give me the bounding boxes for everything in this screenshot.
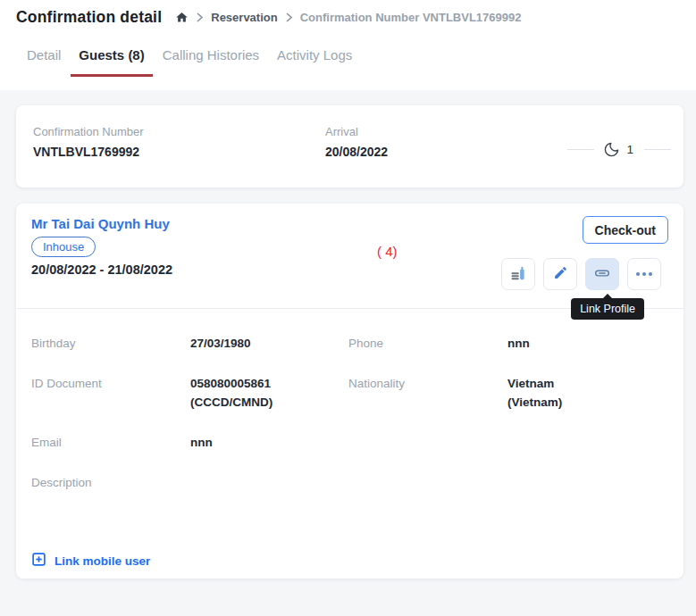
guest-card: Mr Tai Dai Quynh Huy Inhouse 20/08/2022 …	[16, 204, 683, 579]
nationality-label: Nationality	[348, 374, 507, 412]
link-profile-tooltip: Link Profile	[571, 298, 644, 320]
page-header: Confirmation detail Reservation Confirma…	[0, 0, 696, 90]
arrival-field: Arrival 20/08/2022	[325, 125, 388, 159]
id-document-field: ID Document 058080005861 (CCCD/CMND)	[31, 374, 348, 412]
breadcrumb-reservation[interactable]: Reservation	[211, 11, 277, 24]
red-note: ( 4)	[377, 244, 398, 259]
description-field: Description	[31, 473, 348, 492]
link-mobile-user-button[interactable]: Link mobile user	[31, 552, 150, 570]
services-button[interactable]	[501, 258, 535, 290]
phone-field: Phone nnn	[348, 334, 667, 353]
link-icon	[593, 264, 611, 285]
services-icon	[509, 264, 527, 285]
plus-square-icon	[31, 552, 46, 570]
home-icon[interactable]	[175, 11, 189, 24]
nights-indicator: 1	[567, 141, 671, 158]
tab-guests[interactable]: Guests (8)	[71, 47, 152, 77]
email-value: nnn	[190, 433, 213, 452]
breadcrumb: Reservation Confirmation Number VNTLBVL1…	[175, 10, 521, 26]
nationality-country-alt: (Vietnam)	[507, 393, 562, 412]
empty-cell	[348, 473, 667, 492]
link-mobile-user-label: Link mobile user	[55, 554, 150, 568]
phone-value: nnn	[507, 334, 530, 353]
email-label: Email	[31, 433, 190, 452]
phone-label: Phone	[348, 334, 507, 353]
guest-name-link[interactable]: Mr Tai Dai Quynh Huy	[31, 216, 170, 231]
tab-activity-logs[interactable]: Activity Logs	[269, 47, 360, 77]
arrival-label: Arrival	[325, 125, 388, 138]
stay-dates: 20/08/2022 - 21/08/2022	[31, 262, 172, 277]
guest-action-buttons	[501, 258, 661, 290]
page-title: Confirmation detail	[16, 8, 162, 27]
nationality-field: Nationality Vietnam (Vietnam)	[348, 374, 667, 412]
confirmation-number-label: Confirmation Number	[33, 125, 144, 138]
description-label: Description	[31, 473, 190, 492]
title-row: Confirmation detail Reservation Confirma…	[16, 8, 521, 27]
chevron-right-icon	[286, 10, 292, 26]
breadcrumb-confirmation: Confirmation Number VNTLBVL1769992	[300, 11, 522, 24]
tab-detail[interactable]: Detail	[19, 47, 69, 77]
edit-guest-button[interactable]	[543, 258, 577, 290]
edit-icon	[553, 265, 568, 283]
link-profile-button[interactable]	[585, 258, 619, 290]
arrival-value: 20/08/2022	[325, 145, 388, 159]
tab-bar: Detail Guests (8) Calling Histories Acti…	[19, 47, 362, 77]
divider-dash	[567, 149, 594, 150]
guest-card-header: Mr Tai Dai Quynh Huy Inhouse 20/08/2022 …	[16, 204, 683, 309]
status-badge: Inhouse	[31, 237, 96, 257]
birthday-label: Birthday	[31, 334, 190, 353]
divider-dash	[644, 149, 671, 150]
nationality-value: Vietnam (Vietnam)	[507, 374, 562, 412]
nights-count: 1	[626, 143, 633, 156]
id-document-value: 058080005861 (CCCD/CMND)	[190, 374, 273, 412]
id-document-type: (CCCD/CMND)	[190, 393, 273, 412]
confirmation-number-field: Confirmation Number VNTLBVL1769992	[33, 125, 144, 159]
empty-cell	[348, 433, 667, 452]
more-actions-button[interactable]	[627, 258, 661, 290]
id-document-label: ID Document	[31, 374, 190, 412]
id-document-number: 058080005861	[190, 374, 273, 393]
nationality-country: Vietnam	[507, 374, 562, 393]
birthday-field: Birthday 27/03/1980	[31, 334, 348, 353]
guest-detail-fields: Birthday 27/03/1980 Phone nnn ID Documen…	[31, 334, 667, 492]
chevron-right-icon	[197, 10, 203, 26]
birthday-value: 27/03/1980	[190, 334, 251, 353]
confirmation-number-value: VNTLBVL1769992	[33, 145, 144, 159]
tab-calling-histories[interactable]: Calling Histories	[155, 47, 267, 77]
moon-icon	[603, 141, 620, 158]
email-field: Email nnn	[31, 433, 348, 452]
check-out-button[interactable]: Check-out	[583, 216, 668, 244]
reservation-summary-card: Confirmation Number VNTLBVL1769992 Arriv…	[16, 105, 683, 187]
more-icon	[636, 272, 652, 276]
